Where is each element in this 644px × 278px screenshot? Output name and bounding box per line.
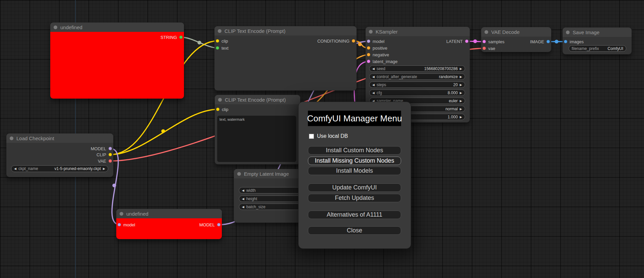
use-local-db-row[interactable]: Use local DB xyxy=(309,133,348,139)
model-output-dot[interactable] xyxy=(109,147,112,150)
increment-arrow-icon[interactable]: ▶ xyxy=(460,115,462,119)
output-slot-vae[interactable]: VAE xyxy=(98,158,112,164)
output-slot-model[interactable]: MODEL xyxy=(199,221,220,228)
latent-output-dot[interactable] xyxy=(465,40,468,43)
input-slot-clip[interactable]: clip xyxy=(216,38,228,44)
output-slot-conditioning[interactable]: CONDITIONING xyxy=(317,38,355,44)
node-title-bar[interactable]: VAE Decode xyxy=(481,27,551,37)
close-button[interactable]: Close xyxy=(308,226,401,235)
decrement-arrow-icon[interactable]: ◀ xyxy=(242,197,244,201)
install-missing-custom-nodes-button[interactable]: Install Missing Custom Nodes xyxy=(308,157,401,165)
widget-ckpt-name[interactable]: ◀ ckpt_name v1-5-pruned-emaonly.ckpt ▶ xyxy=(11,165,108,172)
decrement-arrow-icon[interactable]: ◀ xyxy=(372,83,375,87)
model-input-dot[interactable] xyxy=(367,40,370,43)
node-graph-canvas[interactable]: undefined STRING CLIP Text Encode (Promp… xyxy=(0,0,644,278)
wire-midpoint-dot[interactable] xyxy=(358,42,362,46)
node-clip-text-encode-2[interactable]: CLIP Text Encode (Prompt) clip text, wat… xyxy=(215,95,300,164)
positive-input-dot[interactable] xyxy=(367,46,370,50)
string-output-dot[interactable] xyxy=(179,36,183,39)
increment-arrow-icon[interactable]: ▶ xyxy=(460,75,462,78)
decrement-arrow-icon[interactable]: ◀ xyxy=(372,75,375,78)
wire-midpoint-dot[interactable] xyxy=(197,41,201,44)
collapse-dot-icon[interactable] xyxy=(10,136,13,140)
model-input-dot[interactable] xyxy=(118,223,121,226)
node-title-bar[interactable]: undefined xyxy=(50,22,184,32)
vae-output-dot[interactable] xyxy=(109,159,112,163)
prompt-textarea[interactable]: text, watermark xyxy=(217,116,296,162)
node-load-checkpoint[interactable]: Load Checkpoint MODEL CLIP VAE ◀ ckpt_na… xyxy=(6,133,113,177)
input-slot-samples[interactable]: samples xyxy=(482,38,504,45)
wire-midpoint-dot[interactable] xyxy=(473,39,477,43)
widget-steps[interactable]: ◀ steps 20 ▶ xyxy=(369,81,465,88)
collapse-dot-icon[interactable] xyxy=(218,98,222,102)
image-output-dot[interactable] xyxy=(546,40,550,43)
vae-input-dot[interactable] xyxy=(482,47,486,50)
images-input-dot[interactable] xyxy=(564,40,567,43)
input-slot-negative[interactable]: negative xyxy=(367,51,389,58)
node-vae-decode[interactable]: VAE Decode samples vae IMAGE xyxy=(481,27,551,52)
input-slot-vae[interactable]: vae xyxy=(482,45,495,52)
install-custom-nodes-button[interactable]: Install Custom Nodes xyxy=(308,146,401,155)
latent-image-input-dot[interactable] xyxy=(367,60,370,63)
collapse-dot-icon[interactable] xyxy=(237,172,241,176)
decrement-arrow-icon[interactable]: ◀ xyxy=(372,67,375,70)
widget-filename-prefix[interactable]: filename_prefix ComfyUI xyxy=(569,45,626,52)
increment-arrow-icon[interactable]: ▶ xyxy=(460,67,462,70)
widget-control-after-generate[interactable]: ◀ control_after_generate randomize ▶ xyxy=(369,73,465,80)
input-slot-model[interactable]: model xyxy=(367,38,384,45)
input-slot-latent-image[interactable]: latent_image xyxy=(367,58,397,65)
decrement-arrow-icon[interactable]: ◀ xyxy=(372,91,375,95)
node-title-bar[interactable]: undefined xyxy=(116,209,222,218)
widget-cfg[interactable]: ◀ cfg 8.000 ▶ xyxy=(369,90,465,96)
node-undefined-top[interactable]: undefined STRING xyxy=(50,22,184,99)
widget-seed[interactable]: ◀ seed 156680208700286 ▶ xyxy=(369,65,465,72)
decrement-arrow-icon[interactable]: ◀ xyxy=(242,189,244,192)
alternatives-of-a1111-button[interactable]: Alternatives of A1111 xyxy=(308,211,401,219)
negative-input-dot[interactable] xyxy=(367,53,370,56)
input-slot-text[interactable]: text xyxy=(216,45,229,51)
node-title-bar[interactable]: Save Image xyxy=(563,27,632,37)
text-input-dot[interactable] xyxy=(216,46,219,50)
output-slot-model[interactable]: MODEL xyxy=(91,145,112,152)
increment-arrow-icon[interactable]: ▶ xyxy=(460,83,462,87)
model-output-dot[interactable] xyxy=(217,223,220,226)
input-slot-positive[interactable]: positive xyxy=(367,45,387,51)
node-undefined-bottom[interactable]: undefined model MODEL xyxy=(116,209,222,239)
node-title-bar[interactable]: KSampler xyxy=(366,27,470,36)
node-save-image[interactable]: Save Image images filename_prefix ComfyU… xyxy=(563,27,632,54)
collapse-dot-icon[interactable] xyxy=(485,30,488,34)
collapse-dot-icon[interactable] xyxy=(369,30,373,34)
conditioning-output-dot[interactable] xyxy=(352,39,355,43)
node-title-bar[interactable]: CLIP Text Encode (Prompt) xyxy=(215,95,300,104)
input-slot-clip[interactable]: clip xyxy=(216,106,229,113)
samples-input-dot[interactable] xyxy=(482,40,486,43)
increment-arrow-icon[interactable]: ▶ xyxy=(460,107,462,111)
wire-midpoint-dot[interactable] xyxy=(161,129,165,133)
node-clip-text-encode-1[interactable]: CLIP Text Encode (Prompt) clip text COND… xyxy=(214,26,357,91)
output-slot-latent[interactable]: LATENT xyxy=(446,38,468,45)
node-title-bar[interactable]: Load Checkpoint xyxy=(6,133,113,143)
fetch-updates-button[interactable]: Fetch Updates xyxy=(308,194,401,202)
update-comfyui-button[interactable]: Update ComfyUI xyxy=(308,183,401,192)
output-slot-image[interactable]: IMAGE xyxy=(530,38,550,45)
increment-arrow-icon[interactable]: ▶ xyxy=(103,167,105,170)
input-slot-model[interactable]: model xyxy=(118,221,135,228)
wire-midpoint-dot[interactable] xyxy=(112,183,116,187)
input-slot-images[interactable]: images xyxy=(564,38,584,45)
collapse-dot-icon[interactable] xyxy=(218,29,221,33)
increment-arrow-icon[interactable]: ▶ xyxy=(460,99,462,103)
clip-output-dot[interactable] xyxy=(109,153,112,156)
output-slot-clip[interactable]: CLIP xyxy=(96,151,112,158)
use-local-db-checkbox[interactable] xyxy=(309,134,314,139)
wire-midpoint-dot[interactable] xyxy=(555,40,558,43)
output-slot-string[interactable]: STRING xyxy=(160,34,183,41)
install-models-button[interactable]: Install Models xyxy=(308,167,401,175)
clip-input-dot[interactable] xyxy=(216,108,219,111)
node-title-bar[interactable]: CLIP Text Encode (Prompt) xyxy=(214,26,357,36)
decrement-arrow-icon[interactable]: ◀ xyxy=(242,205,244,209)
collapse-dot-icon[interactable] xyxy=(566,31,570,34)
decrement-arrow-icon[interactable]: ◀ xyxy=(14,167,16,170)
clip-input-dot[interactable] xyxy=(216,39,219,43)
collapse-dot-icon[interactable] xyxy=(120,212,123,216)
increment-arrow-icon[interactable]: ▶ xyxy=(460,91,462,95)
